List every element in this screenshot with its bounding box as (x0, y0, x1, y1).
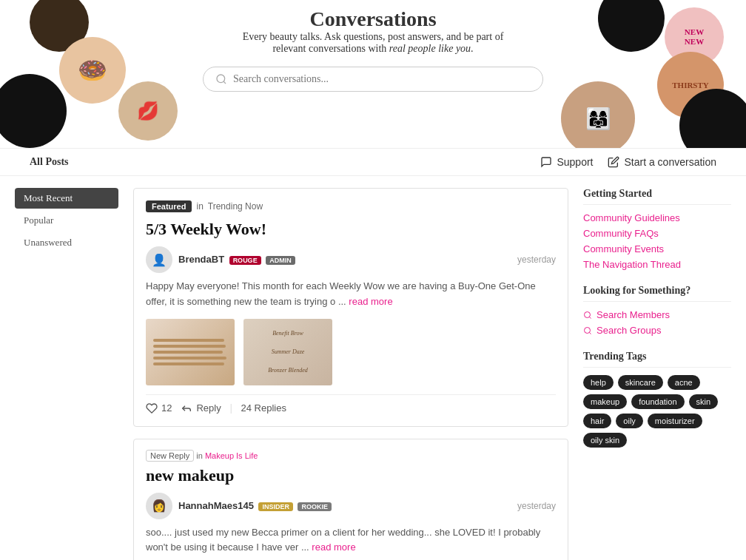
tag-help[interactable]: help (583, 375, 614, 390)
svg-point-4 (585, 327, 591, 333)
post-category-2[interactable]: Makeup Is Life (205, 451, 258, 460)
post-time-2: yesterday (517, 501, 556, 511)
tag-skin[interactable]: skin (689, 394, 719, 409)
navigation-thread-link[interactable]: The Navigation Thread (583, 259, 731, 270)
svg-point-0 (217, 75, 225, 83)
search-members-icon (583, 311, 592, 320)
search-icon (215, 73, 227, 85)
author-avatar-1: 👤 (146, 246, 172, 273)
post-meta-1: 👤 BrendaBT ROUGE ADMIN yesterday (146, 246, 556, 273)
getting-started-section: Getting Started Community Guidelines Com… (583, 188, 731, 270)
getting-started-title: Getting Started (583, 188, 731, 205)
search-members-link[interactable]: Search Members (583, 309, 731, 320)
read-more-2[interactable]: read more (312, 542, 355, 553)
tag-hair[interactable]: hair (583, 414, 611, 428)
badge-rouge-1: ROUGE (229, 256, 261, 265)
author-name-2: HannahMaes145 (178, 500, 254, 511)
post-label-1: Featured in Trending Now (146, 200, 556, 212)
search-groups-icon (583, 326, 592, 335)
post-excerpt-2: soo.... just used my new Becca primer on… (146, 525, 556, 556)
tag-moisturizer[interactable]: moisturizer (648, 414, 702, 428)
like-button-1[interactable]: 12 (146, 402, 172, 414)
header-subtitle: Every beauty talks. Ask questions, post … (0, 31, 746, 55)
search-bar (203, 67, 543, 92)
tag-acne[interactable]: acne (668, 375, 700, 390)
post-image-left (146, 319, 235, 385)
nav-right: Support Start a conversation (540, 156, 716, 168)
support-icon (540, 156, 552, 168)
search-input[interactable] (233, 73, 531, 85)
post-image-right: Benefit Brow Summer Daze Bronzer Blended (243, 319, 332, 385)
posts-area: Featured in Trending Now 5/3 Weekly Wow!… (133, 188, 568, 560)
author-name-1: BrendaBT (178, 254, 224, 265)
header-section: 🍩 💋 NEWNEW THIRSTY 👩‍👩‍👧 Conversations E… (0, 0, 746, 148)
left-sidebar: Most Recent Popular Unanswered (15, 188, 118, 560)
nav-bar: All Posts Support Start a conversation (0, 148, 746, 176)
author-avatar-2: 👩 (146, 493, 172, 519)
header-text: Conversations Every beauty talks. Ask qu… (0, 7, 746, 104)
post-meta-2: 👩 HannahMaes145 INSIDER ROOKIE yesterday (146, 493, 556, 519)
author-info-2: HannahMaes145 INSIDER ROOKIE (178, 500, 332, 512)
tag-oily[interactable]: oily (616, 414, 643, 428)
post-category: Trending Now (208, 201, 263, 212)
replies-count-1: 24 Replies (241, 402, 286, 414)
reply-icon (181, 402, 192, 414)
post-actions-1: 12 Reply | 24 Replies (146, 394, 556, 414)
post-author-2: 👩 HannahMaes145 INSIDER ROOKIE (146, 493, 332, 519)
post-title-2[interactable]: new makeup (146, 466, 556, 485)
divider-1: | (230, 402, 232, 414)
post-category-prefix: in (196, 201, 203, 212)
badge-admin-1: ADMIN (266, 256, 295, 265)
svg-line-1 (224, 81, 226, 84)
badge-insider-2: INSIDER (258, 502, 293, 511)
trending-tags-title: Trending Tags (583, 351, 731, 368)
reply-button-1[interactable]: Reply (181, 402, 221, 414)
search-wrapper (203, 67, 543, 92)
post-card-1: Featured in Trending Now 5/3 Weekly Wow!… (133, 188, 568, 427)
start-conversation-button[interactable]: Start a conversation (608, 156, 716, 168)
looking-section: Looking for Something? Search Members Se… (583, 285, 731, 336)
post-card-2: New Reply in Makeup Is Life new makeup 👩… (133, 439, 568, 560)
filter-unanswered[interactable]: Unanswered (15, 232, 118, 253)
tag-skincare[interactable]: skincare (618, 375, 663, 390)
new-reply-badge: New Reply (146, 450, 194, 462)
page-title: Conversations (0, 7, 746, 31)
badge-rookie-2: ROOKIE (298, 502, 332, 511)
main-layout: Most Recent Popular Unanswered Featured … (0, 176, 746, 560)
svg-line-3 (589, 317, 591, 318)
community-guidelines-link[interactable]: Community Guidelines (583, 212, 731, 223)
support-button[interactable]: Support (540, 156, 593, 168)
post-label-2: New Reply in Makeup Is Life (146, 451, 556, 460)
filter-popular[interactable]: Popular (15, 210, 118, 231)
svg-line-5 (589, 332, 591, 334)
post-images-1: Benefit Brow Summer Daze Bronzer Blended (146, 319, 556, 385)
trending-tags-section: Trending Tags help skincare acne makeup … (583, 351, 731, 448)
tag-oily-skin[interactable]: oily skin (583, 433, 627, 448)
tag-makeup[interactable]: makeup (583, 394, 627, 409)
post-author-1: 👤 BrendaBT ROUGE ADMIN (146, 246, 295, 273)
tag-foundation[interactable]: foundation (631, 394, 684, 409)
community-faqs-link[interactable]: Community FAQs (583, 228, 731, 239)
community-events-link[interactable]: Community Events (583, 243, 731, 254)
looking-title: Looking for Something? (583, 285, 731, 302)
tags-container: help skincare acne makeup foundation ski… (583, 375, 731, 448)
author-info-1: BrendaBT ROUGE ADMIN (178, 254, 295, 266)
search-groups-link[interactable]: Search Groups (583, 325, 731, 336)
heart-icon (146, 402, 158, 414)
post-excerpt-1: Happy May everyone! This month for each … (146, 279, 556, 310)
all-posts-link[interactable]: All Posts (30, 156, 69, 168)
featured-badge: Featured (146, 200, 192, 212)
svg-point-2 (585, 311, 591, 317)
read-more-1[interactable]: read more (349, 296, 392, 307)
post-title-1[interactable]: 5/3 Weekly Wow! (146, 220, 556, 239)
right-sidebar: Getting Started Community Guidelines Com… (583, 188, 731, 560)
filter-most-recent[interactable]: Most Recent (15, 188, 118, 209)
header-deco: 🍩 💋 NEWNEW THIRSTY 👩‍👩‍👧 Conversations E… (0, 0, 746, 148)
post-time-1: yesterday (517, 254, 556, 265)
edit-icon (608, 156, 619, 168)
